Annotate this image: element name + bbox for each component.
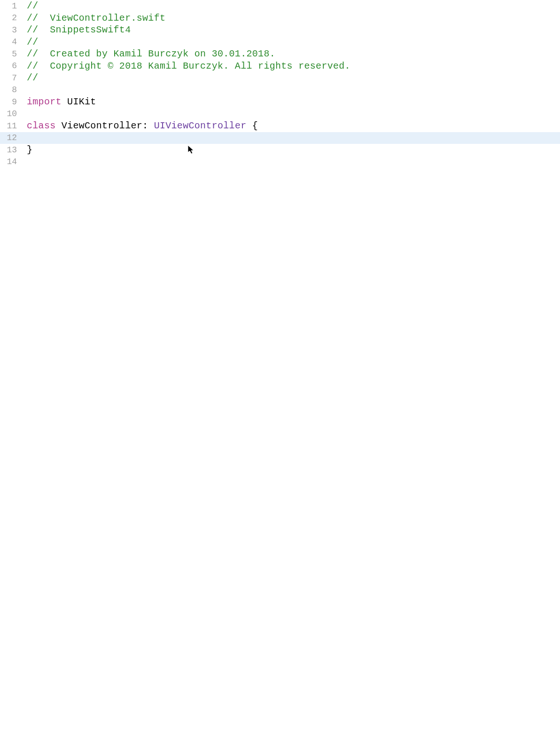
token-comment: // [27,72,39,83]
line-number: 9 [0,97,23,107]
code-content[interactable]: } [23,144,32,155]
code-content[interactable]: // Copyright © 2018 Kamil Burczyk. All r… [23,61,350,71]
code-line[interactable]: 6// Copyright © 2018 Kamil Burczyk. All … [0,60,560,72]
token-plain: UIKit [62,96,96,107]
code-line[interactable]: 7// [0,72,560,84]
line-number: 12 [0,133,23,142]
token-comment: // ViewController.swift [27,13,165,24]
code-line[interactable]: 4// [0,36,560,48]
code-editor[interactable]: 1//2// ViewController.swift3// SnippetsS… [0,0,560,168]
code-line[interactable]: 5// Created by Kamil Burczyk on 30.01.20… [0,48,560,60]
code-line[interactable]: 8 [0,84,560,96]
line-number: 4 [0,37,23,47]
code-line[interactable]: 11class ViewController: UIViewController… [0,120,560,132]
token-comment: // [27,37,39,47]
code-content[interactable]: // [23,37,39,47]
code-line[interactable]: 14 [0,156,560,168]
code-line[interactable]: 9import UIKit [0,96,560,108]
code-content[interactable]: // [23,72,39,83]
token-keyword: class [27,120,56,131]
line-number: 11 [0,121,23,131]
code-content[interactable]: // SnippetsSwift4 [23,24,131,35]
token-comment: // SnippetsSwift4 [27,24,131,35]
code-line[interactable]: 2// ViewController.swift [0,12,560,24]
token-comment: // Copyright © 2018 Kamil Burczyk. All r… [27,61,350,71]
code-line[interactable]: 3// SnippetsSwift4 [0,24,560,36]
token-plain: ViewController: [56,120,154,131]
line-number: 1 [0,1,23,11]
token-comment: // [27,0,39,11]
token-plain: { [247,120,258,131]
code-content[interactable]: // ViewController.swift [23,13,165,24]
line-number: 13 [0,145,23,155]
token-plain: } [27,144,32,155]
code-line[interactable]: 13} [0,144,560,156]
line-number: 10 [0,109,23,118]
code-line[interactable]: 12 [0,132,560,144]
token-comment: // Created by Kamil Burczyk on 30.01.201… [27,48,275,59]
token-type: UIViewController [154,120,247,131]
code-line[interactable]: 1// [0,0,560,12]
code-content[interactable]: import UIKit [23,96,96,107]
line-number: 8 [0,85,23,94]
code-content[interactable]: class ViewController: UIViewController { [23,120,258,131]
line-number: 14 [0,157,23,166]
token-keyword: import [27,96,62,107]
line-number: 6 [0,61,23,71]
code-line[interactable]: 10 [0,108,560,120]
line-number: 5 [0,49,23,59]
code-content[interactable]: // Created by Kamil Burczyk on 30.01.201… [23,48,275,59]
line-number: 3 [0,25,23,35]
line-number: 2 [0,13,23,23]
line-number: 7 [0,73,23,83]
code-content[interactable]: // [23,0,39,11]
